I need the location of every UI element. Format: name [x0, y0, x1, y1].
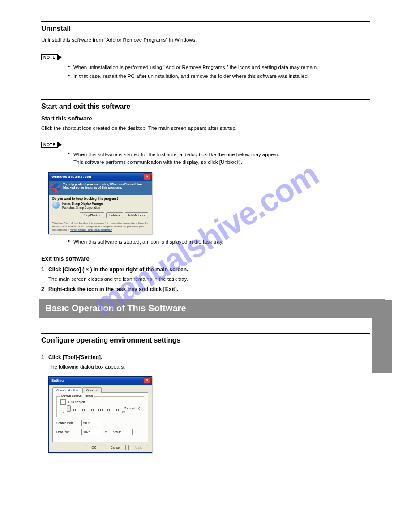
- exit-step-sub: The main screen closes and the icon rema…: [48, 275, 370, 283]
- auto-search-label: Auto Search: [68, 400, 85, 403]
- start-exit-heading: Start and exit this software: [41, 103, 370, 111]
- start-sub-heading: Start this software: [41, 115, 370, 122]
- uninstall-heading: Uninstall: [41, 25, 370, 33]
- dialog-title: Setting: [51, 378, 64, 382]
- cancel-button[interactable]: Cancel: [105, 445, 126, 450]
- slider-value-label: 3 minute(s): [124, 407, 140, 410]
- slider-thumb[interactable]: [67, 405, 71, 412]
- globe-icon: [52, 202, 60, 209]
- note-bullet: • When this software is started for the …: [65, 151, 370, 167]
- config-step-sub: The following dialog box appears.: [48, 363, 370, 371]
- exit-step: 1 Click [Close] ( × ) in the upper right…: [41, 266, 370, 273]
- section-separator: [41, 21, 370, 22]
- data-port-to-label: to: [105, 430, 107, 433]
- close-icon[interactable]: ×: [144, 377, 151, 384]
- slider-max: 60: [122, 410, 125, 413]
- alert-question: Do you want to keep blocking this progra…: [52, 197, 148, 200]
- note-text: When this software is started for the fi…: [73, 152, 279, 157]
- note-bullet: • When this software is started, an icon…: [65, 238, 370, 246]
- note-text: This software performs communication wit…: [73, 159, 242, 165]
- exit-step: 2 Right-click the icon in the task tray …: [41, 286, 370, 292]
- note-bullet: • When uninstallation is performed using…: [65, 64, 370, 71]
- search-port-label: Search Port: [56, 421, 78, 425]
- config-step: 1 Click [Tool]-[Setting].: [41, 354, 370, 360]
- shield-icon: [51, 183, 60, 193]
- exit-sub-heading: Exit this software: [41, 255, 370, 262]
- ask-later-button[interactable]: Ask Me Later: [125, 212, 148, 218]
- search-port-input[interactable]: 5006: [81, 420, 101, 426]
- start-text: Click the shortcut icon created on the d…: [41, 124, 370, 133]
- setting-dialog: Setting × Communication General Device S…: [48, 376, 152, 453]
- close-icon[interactable]: ×: [144, 173, 151, 180]
- unblock-button[interactable]: Unblock: [106, 212, 123, 218]
- keep-blocking-button[interactable]: Keep Blocking: [80, 212, 105, 218]
- dialog-titlebar: Setting ×: [49, 377, 152, 385]
- note-bullet: • In that case, restart the PC after uni…: [65, 73, 370, 80]
- security-alert-dialog: Windows Security Alert × To help protect…: [48, 172, 152, 235]
- dialog-title: Windows Security Alert: [51, 175, 91, 179]
- data-port-label: Data Port: [56, 430, 78, 433]
- section-separator: [41, 99, 370, 100]
- note-badge: NOTE: [41, 54, 58, 60]
- configure-heading: Configure operating environment settings: [41, 336, 370, 344]
- alert-name-value: Sharp Display Manager: [72, 202, 104, 205]
- alert-footer: Windows Firewall has blocked this progra…: [52, 220, 148, 232]
- apply-button[interactable]: Apply: [128, 445, 148, 450]
- alert-help-link[interactable]: When should I unblock a program?: [70, 228, 112, 231]
- section-banner: Basic Operation of This Software: [39, 299, 385, 318]
- uninstall-text: Uninstall this software from "Add or Rem…: [41, 36, 370, 44]
- dialog-titlebar: Windows Security Alert ×: [49, 173, 152, 181]
- alert-publisher-value: Sharp Corporation: [76, 206, 100, 209]
- ok-button[interactable]: OK: [86, 445, 102, 450]
- section-separator: [41, 333, 370, 334]
- device-search-interval-group: Device Search Interval Auto Search 3 min…: [56, 396, 144, 417]
- interval-slider[interactable]: [67, 408, 122, 408]
- alert-header-text: To help protect your computer, Windows F…: [63, 183, 149, 193]
- tab-general[interactable]: General: [82, 387, 102, 393]
- alert-name-label: Name:: [62, 202, 71, 205]
- fieldset-legend: Device Search Interval: [60, 394, 94, 397]
- page-side-tab: [372, 300, 392, 373]
- auto-search-checkbox[interactable]: [60, 399, 66, 405]
- alert-publisher-label: Publisher:: [62, 206, 75, 209]
- data-port-from-input[interactable]: 1025: [81, 429, 101, 435]
- note-badge: NOTE: [41, 142, 58, 148]
- tab-communication[interactable]: Communication: [52, 387, 82, 393]
- data-port-to-input[interactable]: 65535: [111, 429, 133, 435]
- slider-min: 3: [63, 410, 64, 413]
